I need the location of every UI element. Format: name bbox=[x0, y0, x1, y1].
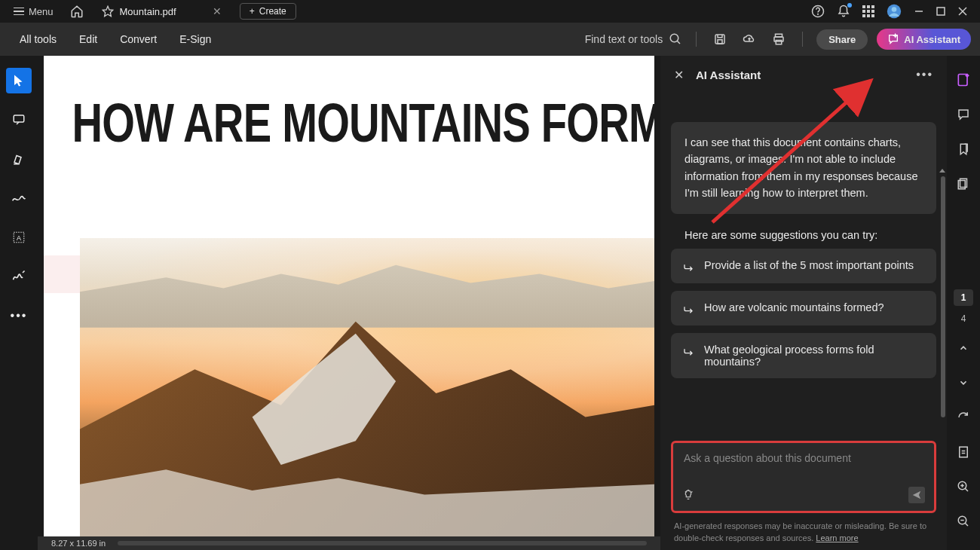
svg-point-18 bbox=[670, 34, 678, 42]
main-toolbar: All tools Edit Convert E-Sign Find text … bbox=[0, 23, 980, 56]
suggestion-item[interactable]: How are volcanic mountains formed? bbox=[671, 291, 936, 325]
svg-rect-7 bbox=[867, 10, 870, 13]
divider bbox=[696, 32, 697, 47]
highlight-tool[interactable] bbox=[6, 146, 32, 172]
input-placeholder: Ask a question about this document bbox=[684, 452, 923, 464]
svg-rect-4 bbox=[867, 5, 870, 8]
ai-panel-title: AI Assistant bbox=[696, 69, 761, 81]
current-page-badge[interactable]: 1 bbox=[954, 289, 974, 306]
left-tool-rail: A ••• bbox=[0, 56, 38, 550]
comments-panel-icon[interactable] bbox=[953, 104, 974, 125]
divider bbox=[802, 32, 803, 47]
more-tools[interactable]: ••• bbox=[6, 303, 32, 328]
document-page: HOW ARE MOUNTAINS FORMED? bbox=[44, 56, 654, 536]
search-icon bbox=[669, 32, 682, 46]
toolbar-all-tools[interactable]: All tools bbox=[9, 29, 67, 50]
title-bar: Menu Mountain.pdf ✕ + Create bbox=[0, 0, 980, 23]
bookmarks-icon[interactable] bbox=[953, 139, 974, 160]
svg-point-13 bbox=[892, 7, 897, 12]
scroll-up-arrow-icon[interactable] bbox=[939, 169, 945, 173]
page-dimensions: 8.27 x 11.69 in bbox=[51, 539, 106, 548]
svg-point-2 bbox=[818, 14, 819, 14]
suggestion-text: What geological process forms fold mount… bbox=[704, 344, 924, 368]
tab-close-button[interactable]: ✕ bbox=[213, 5, 222, 17]
cloud-icon[interactable] bbox=[739, 29, 760, 49]
notification-icon[interactable] bbox=[837, 5, 850, 18]
right-tool-rail: 1 4 bbox=[947, 56, 980, 550]
zoom-in-button[interactable] bbox=[953, 476, 974, 497]
page-up-button[interactable] bbox=[953, 338, 974, 359]
minimize-button[interactable] bbox=[914, 6, 924, 17]
svg-rect-25 bbox=[14, 115, 24, 122]
svg-rect-15 bbox=[937, 8, 945, 15]
lightbulb-icon[interactable] bbox=[682, 489, 694, 501]
ai-scrollbar[interactable] bbox=[941, 176, 945, 417]
ai-messages-area[interactable]: I can see that this document contains ch… bbox=[660, 93, 947, 433]
toolbar-esign[interactable]: E-Sign bbox=[169, 29, 222, 50]
find-tools[interactable]: Find text or tools bbox=[585, 32, 683, 46]
rotate-button[interactable] bbox=[953, 407, 974, 428]
find-label: Find text or tools bbox=[585, 33, 663, 45]
ai-panel-close-button[interactable]: ✕ bbox=[674, 68, 684, 82]
save-icon[interactable] bbox=[710, 29, 730, 49]
svg-rect-8 bbox=[871, 10, 874, 13]
svg-rect-9 bbox=[862, 14, 865, 17]
suggestion-item[interactable]: What geological process forms fold mount… bbox=[671, 333, 936, 378]
ai-assistant-button[interactable]: AI Assistant bbox=[877, 29, 971, 50]
svg-rect-31 bbox=[960, 447, 968, 457]
close-window-button[interactable] bbox=[957, 6, 968, 17]
svg-rect-3 bbox=[862, 5, 865, 8]
ai-disclaimer: AI-generated responses may be inaccurate… bbox=[660, 518, 947, 550]
document-heading: HOW ARE MOUNTAINS FORMED? bbox=[44, 56, 520, 154]
horizontal-scrollbar[interactable] bbox=[118, 541, 647, 545]
apps-icon[interactable] bbox=[862, 5, 874, 17]
toolbar-convert[interactable]: Convert bbox=[109, 29, 167, 50]
generative-summary-icon[interactable] bbox=[953, 69, 974, 90]
hamburger-icon bbox=[14, 8, 24, 16]
select-tool[interactable] bbox=[6, 68, 32, 93]
home-button[interactable] bbox=[64, 2, 90, 21]
help-icon[interactable] bbox=[811, 5, 825, 18]
menu-button[interactable]: Menu bbox=[6, 3, 61, 20]
text-tool[interactable]: A bbox=[6, 225, 32, 250]
draw-tool[interactable] bbox=[6, 185, 32, 211]
svg-line-37 bbox=[965, 523, 968, 526]
ai-message: I can see that this document contains ch… bbox=[671, 122, 936, 214]
document-viewport[interactable]: HOW ARE MOUNTAINS FORMED? 8.27 x 11.69 i… bbox=[38, 56, 660, 550]
page-down-button[interactable] bbox=[953, 372, 974, 393]
svg-line-19 bbox=[677, 41, 680, 44]
menu-label: Menu bbox=[29, 6, 54, 17]
suggestion-text: Provide a list of the 5 most important p… bbox=[704, 259, 914, 271]
comment-tool[interactable] bbox=[6, 107, 32, 133]
suggestion-text: How are volcanic mountains formed? bbox=[704, 301, 884, 313]
plus-icon: + bbox=[250, 6, 255, 17]
create-label: Create bbox=[259, 6, 286, 17]
svg-line-33 bbox=[965, 488, 968, 491]
maximize-button[interactable] bbox=[936, 7, 945, 16]
toolbar-edit[interactable]: Edit bbox=[69, 29, 108, 50]
profile-icon[interactable] bbox=[887, 4, 902, 19]
svg-rect-21 bbox=[718, 40, 722, 44]
print-icon[interactable] bbox=[769, 29, 789, 49]
svg-rect-5 bbox=[871, 5, 874, 8]
fit-width-icon[interactable] bbox=[953, 442, 974, 463]
create-button[interactable]: + Create bbox=[240, 3, 296, 20]
ai-panel-more-button[interactable]: ••• bbox=[916, 68, 933, 81]
reply-arrow-icon bbox=[683, 261, 695, 273]
thumbnails-icon[interactable] bbox=[953, 173, 974, 194]
share-button[interactable]: Share bbox=[816, 29, 868, 50]
chat-spark-icon bbox=[887, 33, 899, 45]
star-icon bbox=[102, 5, 114, 17]
status-bar: 8.27 x 11.69 in bbox=[38, 536, 660, 550]
suggestion-item[interactable]: Provide a list of the 5 most important p… bbox=[671, 249, 936, 283]
sign-tool[interactable] bbox=[6, 264, 32, 289]
zoom-out-button[interactable] bbox=[953, 511, 974, 532]
reply-arrow-icon bbox=[683, 303, 695, 315]
suggestions-header: Here are some suggestions you can try: bbox=[671, 225, 936, 249]
svg-marker-0 bbox=[103, 6, 112, 16]
learn-more-link[interactable]: Learn more bbox=[816, 533, 858, 542]
ai-question-input[interactable]: Ask a question about this document bbox=[671, 441, 936, 513]
ai-button-label: AI Assistant bbox=[904, 34, 960, 45]
send-button[interactable] bbox=[908, 487, 925, 503]
document-tab[interactable]: Mountain.pdf ✕ bbox=[93, 2, 231, 20]
